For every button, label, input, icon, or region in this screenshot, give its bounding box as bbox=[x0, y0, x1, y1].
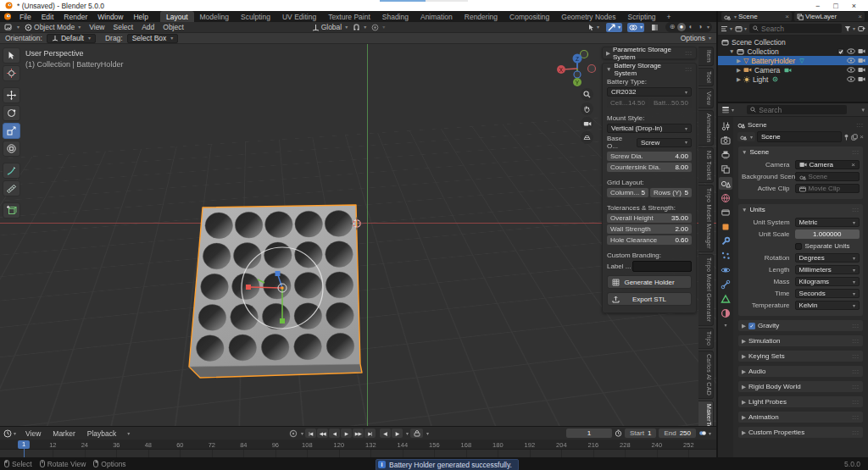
properties-tab-scene[interactable] bbox=[719, 177, 732, 190]
panel-grip-icon[interactable] bbox=[852, 322, 860, 329]
playback-sync-button[interactable] bbox=[410, 429, 423, 438]
outliner-filter-collection-dropdown[interactable]: ▾ bbox=[735, 25, 747, 32]
shading-solid-button[interactable]: ● bbox=[677, 23, 686, 31]
panel-audio[interactable]: ▶Audio bbox=[737, 365, 864, 378]
field-time[interactable]: Seconds▾ bbox=[795, 289, 860, 298]
tool-transform-button[interactable] bbox=[3, 141, 20, 157]
drag-dropdown[interactable]: Select Box▾ bbox=[127, 34, 179, 43]
panel-grip-icon[interactable] bbox=[852, 398, 860, 406]
tool-cursor-button[interactable] bbox=[3, 65, 20, 81]
panel-grip-icon[interactable] bbox=[852, 206, 860, 213]
panel-grip-icon[interactable] bbox=[852, 337, 860, 345]
timeline-editor-button[interactable]: ▾ bbox=[3, 429, 16, 438]
sidebar-tab-carlos-ai-cad[interactable]: Carlos AI CAD bbox=[698, 351, 714, 399]
jump-to-end-button[interactable]: ▶| bbox=[364, 429, 376, 438]
viewport-3d[interactable]: User Perspective (1) Collection | Batter… bbox=[0, 44, 716, 426]
copy-icon[interactable] bbox=[851, 134, 858, 141]
label-text-input[interactable] bbox=[632, 261, 692, 272]
field-separate-units[interactable]: Separate Units bbox=[795, 242, 850, 250]
workspace-tab-animation[interactable]: Animation bbox=[415, 11, 459, 22]
frame-start-field[interactable]: Start1 bbox=[625, 429, 656, 438]
menu-window[interactable]: Window bbox=[92, 13, 128, 21]
field-active-clip[interactable]: Movie Clip bbox=[795, 184, 860, 193]
unlink-icon[interactable]: × bbox=[860, 133, 864, 141]
panel-grip-icon[interactable] bbox=[852, 148, 860, 156]
close-button[interactable]: × bbox=[852, 2, 856, 10]
export-stl-button[interactable]: Export STL bbox=[607, 292, 692, 306]
tool-select-box-button[interactable] bbox=[3, 47, 20, 64]
tool-move-button[interactable] bbox=[3, 87, 20, 103]
field-temperature[interactable]: Kelvin▾ bbox=[795, 301, 860, 310]
mount-style-dropdown[interactable]: Vertical (Drop-In)▾ bbox=[607, 124, 692, 133]
viewlayer-selector[interactable]: ViewLayer × bbox=[794, 12, 865, 21]
battery-holder-object[interactable] bbox=[189, 205, 362, 378]
sidebar-tab-tool[interactable]: Tool bbox=[698, 68, 714, 86]
battery-type-dropdown[interactable]: CR2032▾ bbox=[607, 87, 692, 97]
properties-editor-button[interactable]: ▾ bbox=[721, 106, 734, 113]
options-dropdown[interactable]: Options▾ bbox=[681, 34, 711, 42]
menu-help[interactable]: Help bbox=[128, 13, 153, 21]
workspace-tab-scripting[interactable]: Scripting bbox=[622, 11, 662, 22]
jump-to-start-button[interactable]: |◀ bbox=[305, 429, 316, 438]
outliner-item-collection[interactable]: ▼Collection bbox=[718, 47, 868, 56]
sidebar-tab-item[interactable]: Item bbox=[698, 47, 714, 66]
scale-z-handle[interactable] bbox=[275, 271, 281, 276]
play-button[interactable]: ▶ bbox=[341, 429, 352, 438]
next-keyframe-button[interactable]: ▶▶ bbox=[353, 429, 364, 438]
snap-toggle[interactable]: ▾ bbox=[353, 24, 366, 31]
properties-tab-material[interactable] bbox=[719, 307, 732, 319]
properties-tab-physics[interactable] bbox=[719, 263, 732, 276]
xray-toggle[interactable] bbox=[649, 23, 660, 32]
panel-grip-icon[interactable] bbox=[685, 65, 693, 73]
properties-tab-object[interactable] bbox=[719, 220, 732, 233]
camera-toggle-icon[interactable] bbox=[858, 76, 865, 82]
workspace-tab-texture-paint[interactable]: Texture Paint bbox=[322, 11, 376, 22]
scene-browse-dropdown[interactable]: ▾ bbox=[737, 132, 755, 141]
outliner-filter-dropdown[interactable]: ▾ bbox=[844, 25, 855, 32]
panel-simulation[interactable]: ▶Simulation bbox=[737, 335, 864, 347]
new-collection-button[interactable] bbox=[858, 25, 865, 32]
panel-custom-properties[interactable]: ▶Custom Properties bbox=[737, 426, 864, 439]
base-option-dropdown[interactable]: Screw▾ bbox=[637, 138, 692, 147]
panel-gravity[interactable]: ▶ ✓ Gravity bbox=[737, 319, 864, 332]
toggle-orthographic-button[interactable] bbox=[581, 131, 593, 144]
current-frame-field[interactable]: 1 bbox=[566, 429, 612, 438]
sidebar-tab-view[interactable]: View bbox=[698, 88, 714, 108]
sidebar-tab-ns-toolkit[interactable]: NS Toolkit bbox=[698, 147, 714, 183]
prev-keyframe-button[interactable]: ◀◀ bbox=[317, 429, 328, 438]
viewport-menu-add[interactable]: Add bbox=[138, 23, 158, 31]
properties-search-input[interactable]: Search bbox=[747, 105, 847, 114]
workspace-tab-modeling[interactable]: Modeling bbox=[194, 11, 236, 22]
checkbox-icon[interactable] bbox=[837, 48, 844, 55]
properties-tab-constraints[interactable] bbox=[719, 278, 732, 290]
hole-clearance-slider[interactable]: Hole Clearance0.60 bbox=[607, 235, 692, 245]
panel-grip-icon[interactable] bbox=[852, 352, 860, 360]
clear-icon[interactable]: × bbox=[851, 161, 855, 169]
proportional-editing-toggle[interactable]: ▾ bbox=[371, 24, 385, 31]
workspace-tab-layout[interactable]: Layout bbox=[160, 11, 194, 22]
transform-orientation-selector[interactable]: Global▾ bbox=[312, 23, 348, 31]
axis-neg-x-ball[interactable] bbox=[588, 65, 596, 73]
camera-toggle-icon[interactable] bbox=[858, 67, 865, 73]
navigation-gizmo[interactable]: Z X Y bbox=[547, 47, 599, 89]
pin-icon[interactable] bbox=[856, 121, 864, 129]
workspace-tab-rendering[interactable]: Rendering bbox=[459, 11, 504, 22]
workspace-tab-sculpting[interactable]: Sculpting bbox=[235, 11, 276, 22]
properties-tab-view-layer[interactable] bbox=[719, 163, 732, 175]
shading-material-button[interactable]: ◐ bbox=[687, 23, 695, 31]
properties-options-dropdown[interactable]: ▾ bbox=[861, 107, 865, 113]
workspace-tab-uv-editing[interactable]: UV Editing bbox=[276, 11, 322, 22]
workspace-tab-shading[interactable]: Shading bbox=[376, 11, 415, 22]
menu-file[interactable]: File bbox=[14, 13, 36, 21]
auto-keying-toggle[interactable] bbox=[289, 429, 298, 438]
gravity-checkbox[interactable]: ✓ bbox=[748, 323, 755, 329]
properties-tab-tool[interactable] bbox=[719, 119, 732, 132]
screw-diameter-slider[interactable]: Screw Dia.4.00 bbox=[607, 152, 692, 161]
panel-parametric-storage[interactable]: ▶ Parametric Storage System bbox=[602, 47, 697, 59]
properties-tab-render[interactable] bbox=[719, 134, 732, 147]
panel-light-probes[interactable]: ▶Light Probes bbox=[737, 395, 864, 408]
properties-tab-particles[interactable] bbox=[719, 249, 732, 262]
tool-annotate-button[interactable] bbox=[3, 163, 20, 179]
scene-selector[interactable]: ▾ Scene × bbox=[721, 12, 792, 21]
field-unit-scale[interactable]: 1.000000 bbox=[795, 229, 860, 239]
